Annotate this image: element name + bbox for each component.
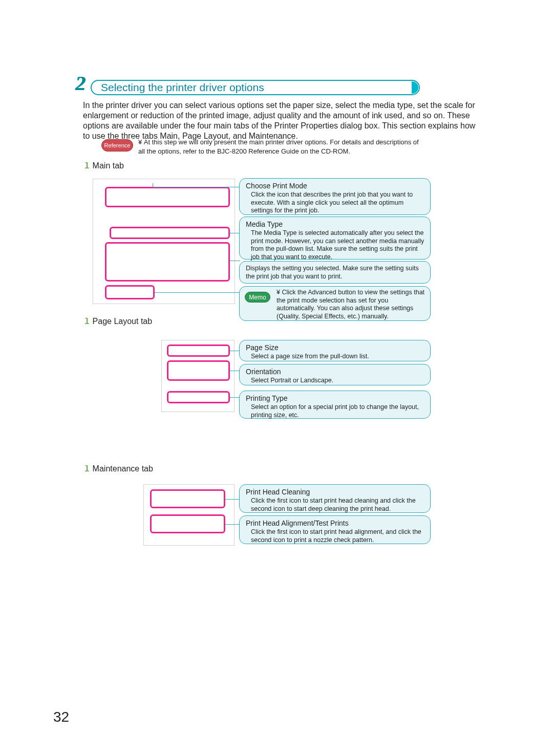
callout-desc: The Media Type is selected automatically… — [251, 229, 425, 262]
connector — [153, 187, 239, 187]
connector — [155, 292, 240, 293]
highlight-page-size — [167, 344, 230, 357]
connector — [153, 183, 153, 187]
reference-body: At this step we will only present the ma… — [138, 138, 419, 155]
maintenance-label: Maintenance tab — [93, 464, 153, 473]
bullet-icon: l — [84, 317, 90, 327]
callout-print-head-alignment: Print Head Alignment/Test Prints Click t… — [239, 515, 431, 544]
connector — [230, 261, 240, 261]
callout-title: Orientation — [246, 368, 425, 376]
highlight-choose-print-mode — [105, 187, 230, 207]
main-tab-label: Main tab — [93, 161, 124, 170]
callout-display-setting: Displays the setting you selected. Make … — [239, 261, 431, 284]
callout-title: Print Head Alignment/Test Prints — [246, 519, 425, 527]
connector — [230, 371, 240, 371]
bullet-icon: l — [84, 465, 90, 474]
callout-title: Printing Type — [246, 394, 425, 402]
callout-desc: Displays the setting you selected. Make … — [246, 265, 425, 280]
reference-badge: Reference — [101, 139, 133, 152]
callout-page-size: Page Size Select a page size from the pu… — [239, 340, 431, 361]
step-number: 2 — [75, 71, 86, 95]
highlight-print-head-alignment — [150, 514, 225, 533]
intro-paragraph: In the printer driver you can select var… — [83, 100, 477, 141]
bullet-glyph: ¥ — [276, 289, 282, 296]
page-32: 2 Selecting the printer driver options I… — [0, 0, 553, 756]
callout-print-head-cleaning: Print Head Cleaning Click the first icon… — [239, 484, 431, 513]
callout-title: Choose Print Mode — [246, 182, 425, 190]
callout-choose-print-mode: Choose Print Mode Click the icon that de… — [239, 178, 431, 215]
memo-badge: Memo — [245, 292, 270, 303]
callout-desc: Click the first icon to start print head… — [251, 497, 425, 513]
connector — [225, 499, 240, 500]
reference-text: ¥ At this step we will only present the … — [138, 138, 425, 156]
callout-desc: Select an option for a special print job… — [251, 403, 425, 419]
connector — [230, 351, 240, 351]
callout-desc: Select Portrait or Landscape. — [251, 377, 425, 385]
callout-advanced-memo: Memo ¥ Click the Advanced button to view… — [239, 286, 431, 321]
callout-title: Media Type — [246, 220, 425, 228]
callout-printing-type: Printing Type Select an option for a spe… — [239, 391, 431, 419]
section-heading: Selecting the printer driver options — [101, 81, 264, 94]
highlight-media-type — [110, 227, 230, 239]
callout-title: Page Size — [246, 343, 425, 352]
connector — [230, 397, 240, 398]
page-layout-label: Page Layout tab — [93, 317, 153, 326]
maintenance-heading: lMaintenance tab — [84, 464, 153, 474]
callout-title: Print Head Cleaning — [246, 488, 425, 496]
highlight-advanced-button — [105, 285, 155, 299]
callout-desc: Click the first icon to start print head… — [251, 528, 425, 544]
highlight-orientation — [167, 360, 230, 381]
highlight-current-setting — [105, 242, 230, 282]
main-tab-heading: lMain tab — [84, 161, 124, 171]
callout-desc: Select a page size from the pull-down li… — [251, 353, 425, 361]
page-number: 32 — [53, 709, 69, 725]
page-layout-heading: lPage Layout tab — [84, 317, 152, 327]
connector — [225, 524, 240, 525]
bullet-icon: l — [84, 162, 90, 171]
highlight-print-head-cleaning — [150, 489, 225, 508]
heading-capsule-accent — [412, 81, 418, 94]
bullet-glyph: ¥ — [138, 138, 144, 146]
connector — [230, 233, 240, 233]
callout-desc: Click the icon that describes the print … — [251, 191, 425, 215]
callout-orientation: Orientation Select Portrait or Landscape… — [239, 364, 431, 385]
highlight-printing-type — [167, 391, 230, 403]
callout-media-type: Media Type The Media Type is selected au… — [239, 217, 431, 260]
callout-desc: ¥ Click the Advanced button to view the … — [276, 289, 425, 321]
